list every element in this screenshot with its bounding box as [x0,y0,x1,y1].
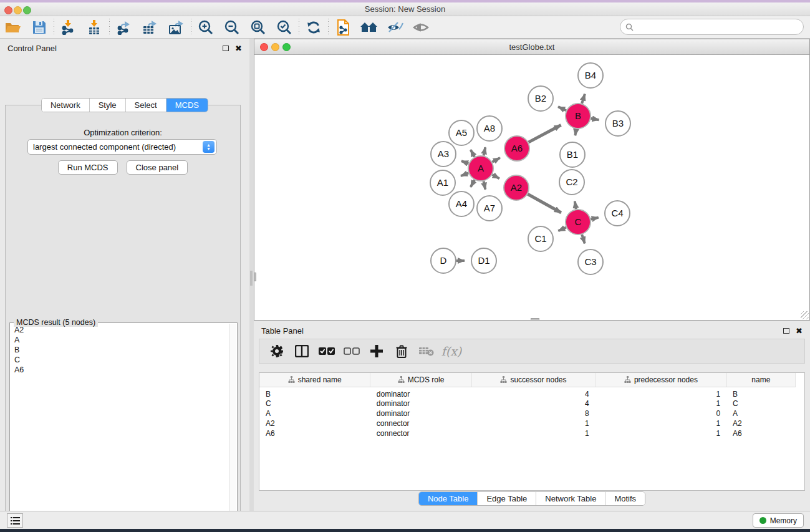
select-all-button[interactable] [316,341,338,361]
minimize-window-button[interactable] [14,6,22,14]
tab-edge-table[interactable]: Edge Table [477,492,536,505]
graph-edge-C-C3[interactable] [582,235,584,243]
create-column-button[interactable] [365,341,388,361]
table-options-button[interactable] [266,341,288,361]
table-cell[interactable]: dominator [370,409,471,418]
network-zoom-button[interactable] [282,43,291,51]
memory-button[interactable]: Memory [753,513,804,528]
resize-grip-corner[interactable] [801,311,809,319]
graph-edge-A2-C[interactable] [528,194,561,213]
table-cell[interactable]: A6 [726,428,795,438]
column-header-predecessor-nodes[interactable]: predecessor nodes [595,373,726,387]
refresh-button[interactable] [301,17,327,37]
graph-edge-B-B1[interactable] [575,129,576,136]
table-cell[interactable]: 8 [471,409,595,418]
mcds-result-item[interactable]: B [11,345,229,355]
float-table-panel-icon[interactable] [783,328,789,334]
export-image-button[interactable] [163,17,190,37]
table-cell[interactable]: C [259,399,370,409]
close-window-button[interactable] [4,6,12,14]
table-cell[interactable]: 1 [595,428,726,438]
zoom-in-button[interactable] [193,17,219,37]
column-header-MCDS-role[interactable]: MCDS role [370,373,471,387]
mcds-result-item[interactable]: C [11,355,229,365]
tab-motifs[interactable]: Motifs [605,492,645,505]
graph-edge-A-A5[interactable] [471,150,475,157]
graph-edge-A-A3[interactable] [461,161,468,163]
show-all-button[interactable] [408,17,435,37]
zoom-selected-button[interactable] [271,17,297,37]
run-mcds-button[interactable]: Run MCDS [58,160,118,175]
delete-table-button[interactable] [415,341,438,361]
graph-edge-A-A7[interactable] [483,181,485,190]
network-canvas[interactable]: B4B2BB3A8A5A6A3B1AA1C2A2A4A7C4CC1C3DD1 [254,56,809,320]
graph-edge-A-A4[interactable] [471,180,475,186]
mcds-result-list[interactable]: A2ABCA6 [11,325,229,532]
graph-edge-C-C2[interactable] [575,201,576,210]
column-header-name[interactable]: name [726,373,795,387]
zoom-out-button[interactable] [219,17,245,37]
export-network-button[interactable] [111,17,137,37]
graph-edge-C-C4[interactable] [591,218,598,220]
zoom-window-button[interactable] [23,6,31,14]
graph-edge-B-B4[interactable] [582,94,585,104]
panel-splitter[interactable] [249,39,254,511]
graph-edge-A6-B[interactable] [529,125,561,143]
table-cell[interactable]: A2 [726,418,795,428]
network-close-button[interactable] [260,43,268,51]
table-row[interactable]: A2connector11A2 [259,418,796,428]
graph-edge-A-A2[interactable] [492,175,499,178]
open-session-button[interactable] [0,17,26,37]
import-network-button[interactable] [55,17,82,37]
table-cell[interactable]: connector [370,428,471,438]
table-cell[interactable]: 0 [595,409,726,418]
table-row[interactable]: Bdominator41B [259,387,796,399]
network-window-titlebar[interactable]: testGlobe.txt [254,39,809,55]
first-neighbors-button[interactable] [356,17,382,37]
table-cell[interactable]: 1 [595,418,726,428]
mcds-list-scrollbar[interactable] [229,324,236,532]
table-cell[interactable]: 1 [595,387,726,399]
search-input[interactable] [637,22,803,31]
search-field[interactable] [620,19,804,35]
close-table-panel-icon[interactable]: ✖ [796,327,803,335]
table-cell[interactable]: dominator [370,387,471,399]
close-panel-icon[interactable]: ✖ [235,44,242,52]
deselect-all-button[interactable] [340,341,363,361]
table-row[interactable]: Cdominator41C [259,399,796,409]
function-builder-button[interactable]: f(x) [440,341,463,361]
float-panel-icon[interactable] [223,46,229,51]
column-header-successor-nodes[interactable]: successor nodes [471,373,595,387]
table-row[interactable]: A6connector11A6 [259,428,796,438]
delete-column-button[interactable] [390,341,413,361]
mcds-result-item[interactable]: A2 [11,325,229,335]
show-column-button[interactable] [291,341,313,361]
import-table-button[interactable] [82,17,108,37]
tab-network-table[interactable]: Network Table [536,492,605,505]
graph-edge-B-B3[interactable] [591,118,599,120]
criterion-dropdown[interactable]: largest connected component (directed) ▲… [27,139,217,155]
resize-grip-left[interactable] [254,273,256,281]
clone-network-button[interactable] [330,17,356,37]
save-session-button[interactable] [26,17,52,37]
tab-node-table[interactable]: Node Table [419,492,478,505]
tab-mcds[interactable]: MCDS [166,99,208,112]
task-history-button[interactable] [7,513,23,528]
table-cell[interactable]: A2 [259,418,370,428]
mcds-result-item[interactable]: A6 [11,365,229,375]
table-cell[interactable]: 4 [471,399,595,409]
graph-edge-A-A8[interactable] [483,147,485,155]
close-panel-button[interactable]: Close panel [127,160,188,175]
column-header-shared-name[interactable]: shared name [259,373,370,387]
table-cell[interactable]: B [726,387,795,399]
graph-edge-A-A6[interactable] [492,158,499,162]
table-cell[interactable]: connector [370,418,471,428]
tab-style[interactable]: Style [89,99,125,112]
table-cell[interactable]: A [259,409,370,418]
resize-grip-bottom[interactable] [531,318,539,321]
network-graph[interactable]: B4B2BB3A8A5A6A3B1AA1C2A2A4A7C4CC1C3DD1 [254,56,809,320]
graph-edge-B-B2[interactable] [558,107,566,110]
zoom-fit-button[interactable] [245,17,271,37]
network-minimize-button[interactable] [271,43,279,51]
hide-selected-button[interactable] [382,17,408,37]
